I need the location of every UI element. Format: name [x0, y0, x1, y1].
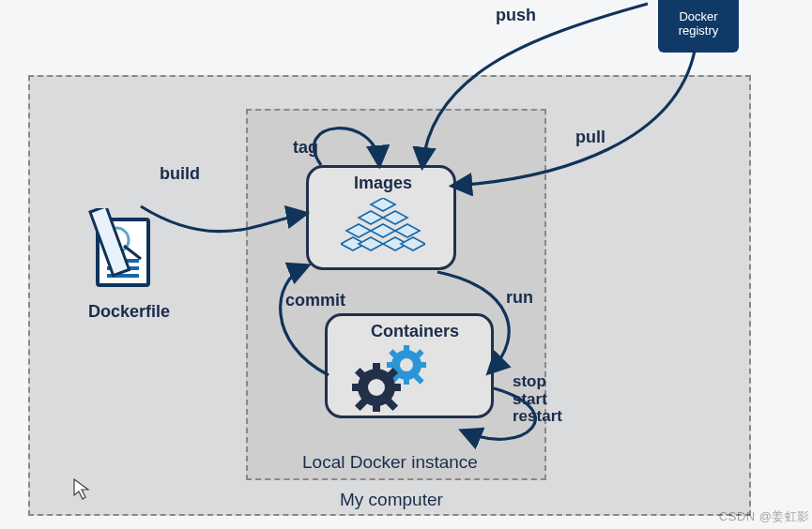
registry-label-line2: registry: [658, 23, 739, 38]
registry-label-line1: Docker: [658, 9, 739, 23]
docker-registry-box: Docker registry: [658, 0, 739, 53]
svg-rect-29: [373, 363, 380, 374]
svg-rect-31: [352, 384, 363, 391]
commit-label: commit: [285, 291, 345, 310]
build-label: build: [160, 164, 200, 184]
svg-rect-20: [404, 375, 409, 385]
watermark: CSDN @姜虹影: [719, 508, 810, 525]
push-label: push: [496, 6, 536, 25]
svg-point-18: [400, 358, 413, 371]
svg-marker-8: [359, 211, 383, 224]
images-box: Images: [306, 165, 456, 270]
my-computer-box: My computer Dockerfile Local Docker inst…: [28, 75, 751, 516]
svg-rect-19: [404, 345, 409, 355]
start-label: start: [513, 391, 562, 409]
gear-icon: [352, 345, 426, 412]
local-docker-instance-label: Local Docker instance: [302, 452, 478, 473]
svg-rect-21: [387, 362, 396, 368]
svg-marker-9: [383, 211, 407, 224]
containers-box: Containers: [325, 313, 494, 418]
svg-marker-14: [359, 237, 383, 250]
svg-rect-32: [390, 384, 401, 391]
svg-rect-30: [373, 401, 380, 412]
dockerfile-label: Dockerfile: [88, 302, 170, 322]
svg-marker-12: [395, 224, 420, 237]
restart-label: restart: [513, 408, 562, 426]
tag-label: tag: [293, 138, 318, 158]
svg-marker-7: [371, 198, 395, 211]
stop-label: stop: [513, 373, 562, 391]
dockerfile-icon: [88, 208, 163, 293]
svg-point-28: [368, 379, 385, 396]
images-label: Images: [354, 174, 412, 193]
svg-marker-16: [401, 237, 425, 250]
image-stack-icon: [341, 198, 425, 250]
run-label: run: [506, 288, 533, 308]
svg-marker-11: [371, 224, 395, 237]
mouse-cursor-icon: [73, 478, 90, 501]
svg-marker-10: [346, 224, 371, 237]
pull-label: pull: [575, 128, 605, 147]
svg-rect-22: [417, 362, 426, 368]
my-computer-label: My computer: [340, 490, 443, 510]
stop-start-restart-label: stop start restart: [513, 373, 562, 426]
containers-label: Containers: [371, 322, 459, 341]
